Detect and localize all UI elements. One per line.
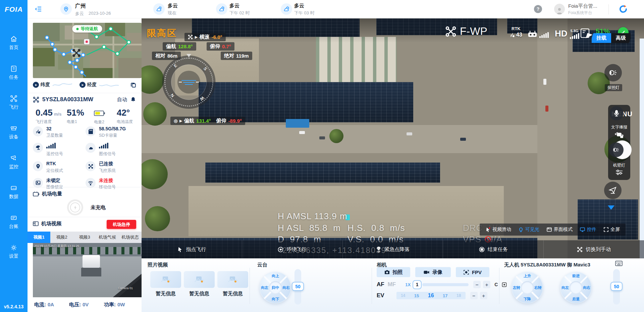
ascend-button[interactable]: 上升	[524, 273, 531, 278]
hd-signal-bars	[570, 33, 579, 39]
tab-video2[interactable]: 视频2	[50, 232, 73, 243]
params-settings-icon[interactable]	[615, 170, 623, 175]
yaw-left-button[interactable]: 左转	[513, 285, 520, 290]
sidebar-item-flight[interactable]: 飞行	[9, 95, 18, 110]
ev-plus-button[interactable]: +	[480, 292, 487, 299]
advanced-tab[interactable]: 高级	[611, 33, 631, 43]
media-placeholder-icon	[160, 275, 171, 284]
descend-button[interactable]: 下降	[524, 297, 531, 302]
gimbal-down-button[interactable]: 向下	[272, 297, 279, 302]
action-point-flight[interactable]: 指点飞行	[142, 240, 242, 258]
af-toggle[interactable]: AF	[377, 281, 384, 288]
ev-scale[interactable]: 14 15 16 17 18	[396, 292, 466, 299]
keyboard-icon[interactable]	[615, 261, 623, 266]
user-info: Foia平台管... Foia系统平台	[568, 3, 597, 16]
tab-video1[interactable]: 视频1	[28, 232, 50, 243]
ev-tick[interactable]: 14	[401, 293, 405, 298]
bell-icon[interactable]	[130, 97, 136, 103]
drone-id: 5YSZL8A00331MW	[42, 96, 93, 103]
fpv-button[interactable]: FPV	[456, 267, 489, 277]
left-button[interactable]: 向左	[561, 285, 569, 290]
stat-temp: 42° 电池温度	[117, 108, 136, 125]
record-video-button[interactable]: 录像	[415, 267, 451, 277]
video-slide-toggle[interactable]: 视频滑动	[482, 227, 515, 233]
mount-tab[interactable]: 挂载	[592, 33, 611, 43]
drone-speed-value[interactable]: 50	[610, 282, 623, 291]
forward-button[interactable]: 前进	[572, 273, 580, 278]
shoot-photo-button[interactable]: 拍照	[377, 267, 410, 277]
visible-light-toggle[interactable]: 可见光	[515, 227, 543, 233]
yaw-right-button[interactable]: 右转	[534, 285, 542, 290]
collapse-menu-icon[interactable]	[35, 5, 42, 13]
flight-log-icon[interactable]	[580, 27, 592, 39]
tab-dock-weather[interactable]: 机场气候	[96, 232, 119, 243]
zoom-slider[interactable]	[422, 283, 469, 286]
mount-advanced-toggle[interactable]: 挂载 高级	[590, 33, 632, 43]
weather-2pm-icon	[216, 3, 227, 15]
gimbal-right-button[interactable]: 向右	[282, 285, 290, 290]
tab-dock-status[interactable]: 机场状态	[119, 232, 142, 243]
media-card[interactable]	[150, 271, 181, 288]
rtk-status: RTK 43	[510, 26, 522, 38]
sidebar-item-label: 台账	[9, 224, 18, 230]
expand-icon[interactable]: ▶	[179, 119, 182, 123]
zoom-reset-button[interactable]: C	[494, 282, 498, 287]
ev-current-value[interactable]: 16	[428, 293, 434, 299]
collapse-panel-arrow[interactable]	[608, 205, 614, 210]
logout-refresh-icon[interactable]	[619, 4, 628, 14]
sidebar-item-settings[interactable]: 设置	[9, 244, 18, 259]
expand-icon[interactable]: ▶	[195, 35, 198, 39]
media-card[interactable]	[217, 271, 248, 288]
fullscreen-toggle[interactable]: 全屏	[600, 227, 624, 233]
drone-speed-slider[interactable]: 50	[613, 269, 620, 305]
gimbal-left-button[interactable]: 向左	[261, 285, 268, 290]
help-icon[interactable]: ?	[534, 5, 542, 13]
zoom-minus-button[interactable]: −	[473, 281, 481, 288]
zoom-value-bubble[interactable]: 1	[413, 280, 422, 289]
sidebar-item-tasks[interactable]: 任务	[9, 65, 18, 80]
car	[319, 136, 325, 139]
gimbal-up-button[interactable]: 向上	[272, 273, 279, 278]
sidebar-item-data[interactable]: 数据	[9, 184, 18, 200]
searchlight-button[interactable]	[604, 64, 622, 81]
ev-tick[interactable]: 18	[457, 293, 461, 298]
arm-light-button[interactable]	[609, 142, 624, 157]
action-switch-manual[interactable]: 切换到手动	[543, 240, 644, 258]
sidebar-item-ledger[interactable]: 台账	[9, 214, 18, 230]
dock-estop-button[interactable]: 机场急停	[107, 220, 136, 229]
interface-mode-toggle[interactable]: 界面模式	[543, 227, 576, 233]
divider	[28, 187, 142, 187]
action-end-mission[interactable]: 结束任务	[443, 240, 543, 258]
zoom-plus-button[interactable]: +	[483, 281, 490, 288]
backward-button[interactable]: 后退	[572, 297, 580, 302]
cctv-icon	[10, 154, 17, 162]
takeoff-send-button[interactable]	[604, 182, 622, 199]
pad-center	[521, 281, 534, 294]
media-card[interactable]	[184, 271, 215, 288]
gimbal-speed-value[interactable]: 50	[292, 282, 304, 291]
sidebar-item-devices[interactable]: 设备	[9, 125, 18, 140]
ev-minus-button[interactable]: −	[470, 292, 478, 299]
sidebar-item-home[interactable]: 首页	[9, 35, 18, 51]
dock-video-feed[interactable]: 2023年10月26日 星期四 13:31:26 Camera 01	[33, 243, 142, 297]
aerial-video-feed[interactable]: 限高区 ▶ 横滚 -6.0° 偏航 128.8° 俯仰 0.7° 相对 86m …	[142, 18, 644, 258]
gimbal-center-button[interactable]: 归中	[269, 281, 282, 294]
camera-switch-icon[interactable]	[615, 132, 624, 138]
tab-video3[interactable]: 视频3	[73, 232, 96, 243]
voice-broadcast-button[interactable]	[609, 106, 624, 120]
gimbal-speed-slider[interactable]: 50	[294, 269, 301, 305]
controls-toggle[interactable]: 控件	[576, 227, 600, 233]
arm-light-label: 机臂灯	[613, 163, 625, 168]
avatar[interactable]	[554, 4, 565, 14]
focus-target-icon[interactable]	[502, 282, 507, 287]
copy-icon[interactable]	[130, 82, 136, 88]
date: 2023-10-26	[89, 11, 111, 17]
right-button[interactable]: 向右	[583, 285, 590, 290]
ev-tick[interactable]: 17	[443, 293, 447, 298]
divider	[499, 268, 499, 304]
sidebar-item-monitoring[interactable]: 监控	[9, 154, 18, 170]
mini-map[interactable]: 等待返航	[33, 23, 142, 78]
ev-tick[interactable]: 15	[414, 293, 419, 298]
collapsed-right-panel[interactable]	[640, 39, 644, 258]
mf-toggle[interactable]: MF	[388, 281, 396, 288]
